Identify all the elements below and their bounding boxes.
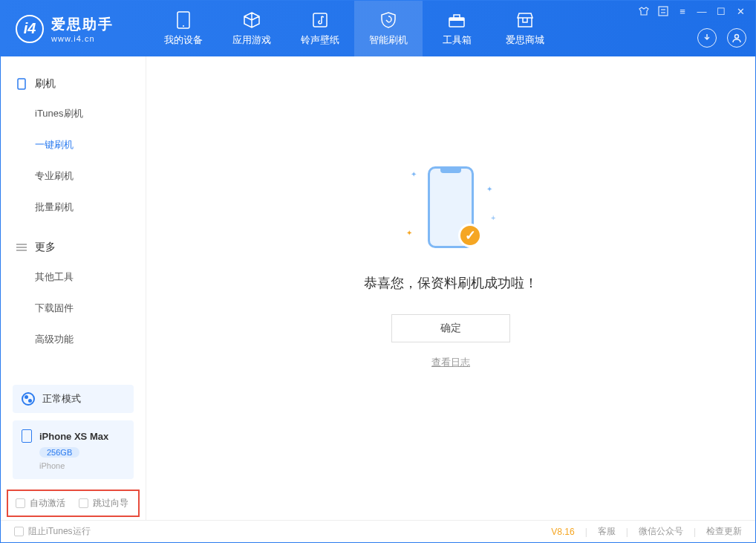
checkbox-icon	[79, 498, 88, 508]
app-url: www.i4.cn	[51, 34, 114, 43]
header-actions	[697, 28, 746, 48]
close-icon[interactable]: ✕	[734, 5, 746, 17]
sidebar-item-advanced[interactable]: 高级功能	[1, 324, 146, 355]
maximize-icon[interactable]: ☐	[715, 5, 727, 17]
svg-rect-9	[18, 79, 25, 89]
device-name: iPhone XS Max	[39, 431, 108, 442]
sidebar-item-oneclick-flash[interactable]: 一键刷机	[1, 129, 146, 160]
cube-icon	[243, 11, 261, 29]
link-wechat[interactable]: 微信公众号	[639, 525, 683, 538]
main-content: ✦ ✦ ✦ + ✓ 恭喜您，保资料刷机成功啦！ 确定 查看日志	[146, 56, 755, 520]
option-auto-activate[interactable]: 自动激活	[16, 497, 65, 510]
confirm-button[interactable]: 确定	[391, 314, 510, 342]
svg-point-1	[183, 25, 184, 27]
device-icon	[175, 11, 192, 29]
device-mode[interactable]: 正常模式	[13, 385, 134, 413]
block-itunes-label: 阻止iTunes运行	[28, 525, 91, 538]
statusbar-right: V8.16 | 客服 | 微信公众号 | 检查更新	[551, 525, 742, 538]
checkbox-icon	[14, 527, 24, 536]
success-illustration: ✦ ✦ ✦ + ✓	[406, 163, 495, 252]
tab-flash[interactable]: 智能刷机	[354, 1, 423, 56]
sidebar-item-pro-flash[interactable]: 专业刷机	[1, 160, 146, 192]
link-support[interactable]: 客服	[598, 525, 616, 538]
toolbox-icon	[448, 11, 466, 29]
menu-icon	[16, 241, 27, 253]
success-message: 恭喜您，保资料刷机成功啦！	[364, 274, 538, 292]
window-controls: ≡ — ☐ ✕	[638, 5, 746, 17]
sidebar-item-itunes-flash[interactable]: iTunes刷机	[1, 98, 146, 129]
phone-icon	[16, 78, 27, 90]
svg-rect-2	[313, 13, 327, 27]
logo-icon: i4	[16, 15, 44, 43]
app-name: 爱思助手	[51, 15, 114, 34]
block-itunes-option[interactable]: 阻止iTunes运行	[14, 525, 91, 538]
minimize-icon[interactable]: —	[696, 5, 708, 17]
menu-icon[interactable]: ≡	[677, 5, 688, 17]
device-name-row: iPhone XS Max	[22, 429, 125, 443]
separator: |	[585, 527, 587, 537]
sidebar-item-batch-flash[interactable]: 批量刷机	[1, 192, 146, 223]
user-button[interactable]	[727, 28, 746, 48]
option-label: 跳过向导	[93, 497, 128, 510]
checkbox-icon	[16, 498, 25, 508]
sparkle-icon: ✦	[486, 185, 492, 193]
svg-point-8	[735, 35, 739, 39]
sparkle-icon: +	[491, 214, 495, 222]
view-log-link[interactable]: 查看日志	[431, 356, 470, 369]
header-right: ≡ — ☐ ✕	[638, 1, 746, 56]
check-badge-icon: ✓	[458, 224, 482, 247]
tab-label: 爱思商城	[506, 33, 544, 47]
list-icon[interactable]	[657, 5, 669, 17]
options-row: 自动激活 跳过向导	[7, 490, 140, 517]
logo-area: i4 爱思助手 www.i4.cn	[1, 15, 149, 43]
sidebar-item-download-firmware[interactable]: 下载固件	[1, 293, 146, 324]
music-icon	[311, 11, 329, 29]
separator: |	[626, 527, 628, 537]
sparkle-icon: ✦	[406, 229, 412, 237]
version-label: V8.16	[551, 527, 574, 537]
device-info[interactable]: iPhone XS Max 256GB iPhone	[13, 420, 134, 479]
tab-ringtones[interactable]: 铃声壁纸	[286, 1, 354, 56]
download-button[interactable]	[697, 28, 717, 48]
tab-toolbox[interactable]: 工具箱	[423, 1, 491, 56]
tab-store[interactable]: 爱思商城	[491, 1, 559, 56]
sidebar-group-title: 更多	[35, 241, 56, 254]
device-capacity: 256GB	[39, 447, 79, 458]
svg-rect-4	[449, 18, 464, 21]
tab-device[interactable]: 我的设备	[149, 1, 218, 56]
nav-tabs: 我的设备 应用游戏 铃声壁纸 智能刷机 工具箱 爱思商城	[149, 1, 559, 56]
mode-label: 正常模式	[42, 392, 81, 406]
separator: |	[694, 527, 696, 537]
tab-label: 工具箱	[443, 33, 472, 47]
body: 刷机 iTunes刷机 一键刷机 专业刷机 批量刷机 更多 其他工具 下载固件 …	[1, 56, 755, 520]
header: i4 爱思助手 www.i4.cn 我的设备 应用游戏 铃声壁纸 智能刷机 工具…	[1, 1, 755, 56]
tab-label: 应用游戏	[232, 33, 271, 47]
shirt-icon[interactable]	[638, 5, 650, 17]
option-label: 自动激活	[30, 497, 65, 510]
sparkle-icon: ✦	[411, 170, 417, 178]
logo-text: 爱思助手 www.i4.cn	[51, 15, 114, 43]
device-brand: iPhone	[39, 461, 125, 470]
sidebar-group-flash: 刷机	[1, 70, 146, 98]
sidebar: 刷机 iTunes刷机 一键刷机 专业刷机 批量刷机 更多 其他工具 下载固件 …	[1, 56, 146, 520]
phone-icon	[22, 429, 32, 443]
sidebar-group-title: 刷机	[35, 77, 56, 91]
shield-icon	[379, 11, 397, 29]
link-update[interactable]: 检查更新	[706, 525, 742, 538]
tab-label: 我的设备	[164, 33, 203, 47]
statusbar: 阻止iTunes运行 V8.16 | 客服 | 微信公众号 | 检查更新	[1, 520, 755, 542]
svg-rect-5	[659, 7, 668, 16]
sidebar-group-more: 更多	[1, 233, 146, 261]
mode-icon	[22, 392, 35, 406]
tab-label: 智能刷机	[369, 33, 408, 47]
tab-apps[interactable]: 应用游戏	[218, 1, 286, 56]
option-skip-guide[interactable]: 跳过向导	[79, 497, 128, 510]
sidebar-item-other-tools[interactable]: 其他工具	[1, 261, 146, 293]
tab-label: 铃声壁纸	[301, 33, 339, 47]
store-icon	[516, 11, 534, 29]
